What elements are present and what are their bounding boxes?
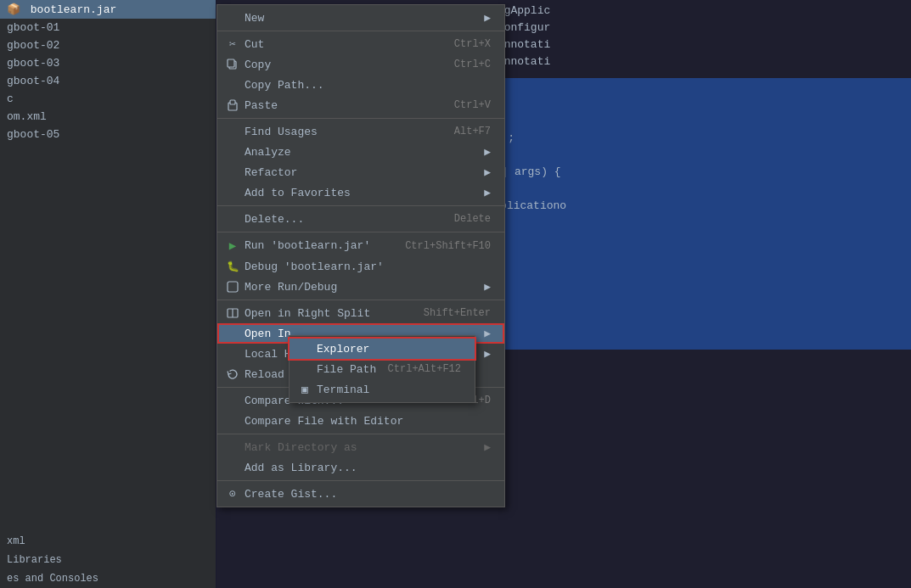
menu-item-add-favorites[interactable]: Add to Favorites ▶: [217, 182, 504, 203]
terminal-icon: ▣: [296, 383, 313, 396]
cut-icon: ✂: [224, 37, 241, 51]
sidebar: 📦 bootlearn.jar gboot-01 gboot-02 gboot-…: [0, 0, 217, 588]
sidebar-item-omxml[interactable]: om.xml: [0, 108, 216, 126]
menu-item-new[interactable]: New ▶: [217, 8, 504, 28]
menu-separator: [217, 434, 504, 434]
menu-item-copy-path[interactable]: Copy Path...: [217, 75, 504, 95]
paste-icon: [224, 99, 241, 111]
sidebar-item-gboot04[interactable]: gboot-04: [0, 72, 216, 90]
submenu-item-explorer[interactable]: Explorer: [290, 339, 475, 359]
menu-separator: [217, 205, 504, 206]
menu-item-mark-dir[interactable]: Mark Directory as ▶: [217, 437, 504, 457]
menu-separator: [217, 300, 504, 300]
context-menu: New ▶ ✂ Cut Ctrl+X Copy Ctrl+C Copy Path…: [217, 4, 505, 507]
submenu-item-file-path[interactable]: File Path Ctrl+Alt+F12: [290, 359, 475, 379]
menu-item-add-library[interactable]: Add as Library...: [217, 457, 504, 478]
open-in-submenu: Explorer File Path Ctrl+Alt+F12 ▣ Termin…: [289, 335, 475, 403]
menu-item-refactor[interactable]: Refactor ▶: [217, 162, 504, 182]
svg-rect-4: [228, 282, 238, 292]
sidebar-item-gboot02[interactable]: gboot-02: [0, 36, 216, 54]
sidebar-bottom: xml Libraries es and Consoles: [0, 532, 217, 588]
debug-icon: 🐛: [224, 260, 241, 273]
reload-icon: [224, 368, 241, 380]
gist-icon: ⊙: [224, 487, 241, 501]
split-icon: [224, 307, 241, 319]
submenu-arrow-icon: ▶: [484, 165, 491, 179]
menu-item-copy[interactable]: Copy Ctrl+C: [217, 54, 504, 75]
sidebar-bottom-consoles[interactable]: es and Consoles: [0, 569, 217, 588]
run-icon: ▶: [224, 238, 241, 253]
svg-rect-1: [228, 59, 234, 67]
menu-item-create-gist[interactable]: ⊙ Create Gist...: [217, 484, 504, 504]
sidebar-item-gboot03[interactable]: gboot-03: [0, 54, 216, 72]
menu-item-find-usages[interactable]: Find Usages Alt+F7: [217, 121, 504, 142]
menu-item-more-run[interactable]: More Run/Debug ▶: [217, 277, 504, 297]
sidebar-item-bootlearn[interactable]: 📦 bootlearn.jar: [0, 0, 216, 19]
menu-item-compare-editor[interactable]: Compare File with Editor: [217, 411, 504, 431]
svg-rect-3: [230, 100, 235, 104]
menu-item-analyze[interactable]: Analyze ▶: [217, 142, 504, 162]
sidebar-item-c[interactable]: c: [0, 90, 216, 108]
sidebar-bottom-libraries[interactable]: Libraries: [0, 551, 217, 569]
submenu-item-terminal[interactable]: ▣ Terminal: [290, 379, 475, 400]
submenu-arrow-icon: ▶: [484, 186, 491, 199]
menu-item-open-right-split[interactable]: Open in Right Split Shift+Enter: [217, 303, 504, 323]
sidebar-item-gboot01[interactable]: gboot-01: [0, 19, 216, 36]
menu-separator: [217, 31, 504, 31]
submenu-arrow-icon: ▶: [484, 11, 491, 25]
more-run-icon: [224, 281, 241, 293]
jar-icon: 📦: [7, 3, 20, 16]
sidebar-bottom-xml[interactable]: xml: [0, 532, 217, 551]
menu-item-delete[interactable]: Delete... Delete: [217, 209, 504, 229]
menu-item-run[interactable]: ▶ Run 'bootlearn.jar' Ctrl+Shift+F10: [217, 235, 504, 256]
sidebar-item-gboot05[interactable]: gboot-05: [0, 126, 216, 143]
copy-icon: [224, 59, 241, 70]
submenu-arrow-icon: ▶: [484, 347, 491, 361]
menu-separator: [217, 480, 504, 481]
menu-separator: [217, 118, 504, 119]
submenu-arrow-icon: ▶: [484, 145, 491, 159]
menu-item-cut[interactable]: ✂ Cut Ctrl+X: [217, 34, 504, 54]
submenu-arrow-icon: ▶: [484, 327, 491, 340]
submenu-arrow-icon: ▶: [484, 280, 491, 294]
menu-separator: [217, 232, 504, 232]
menu-item-debug[interactable]: 🐛 Debug 'bootlearn.jar': [217, 256, 504, 277]
submenu-arrow-icon: ▶: [484, 440, 491, 454]
menu-item-paste[interactable]: Paste Ctrl+V: [217, 95, 504, 115]
